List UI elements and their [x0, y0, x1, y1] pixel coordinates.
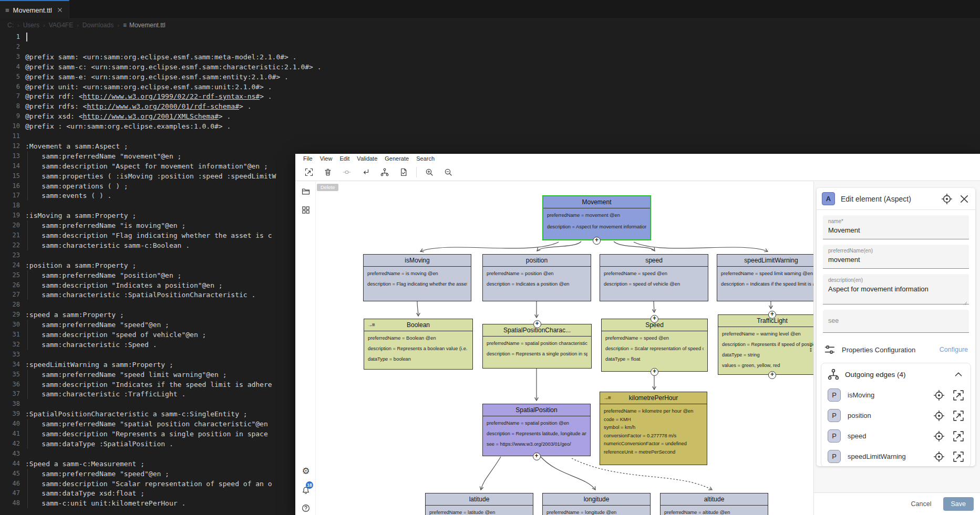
outgoing-edge-speedLimitWarning[interactable]: PspeedLimitWarning [821, 446, 971, 466]
help-button[interactable] [301, 503, 311, 513]
node-Movement[interactable]: MovementpreferredName = movement @endesc… [542, 195, 651, 240]
code-line[interactable]: 5@prefix samm-e: <urn:samm:org.eclipse.e… [0, 72, 631, 82]
tab-movement-ttl[interactable]: ≡ Movement.ttl [0, 0, 69, 19]
menu-generate[interactable]: Generate [381, 155, 412, 162]
code-line[interactable]: 6@prefix unit: <urn:samm:org.eclipse.esm… [0, 82, 631, 92]
breadcrumb-part[interactable]: Downloads [82, 22, 114, 29]
validate-model-button[interactable] [394, 165, 413, 179]
breadcrumb-part[interactable]: Users [23, 22, 39, 29]
node-isMoving[interactable]: isMovingpreferredName = is moving @endes… [363, 254, 471, 301]
node-speed[interactable]: speedpreferredName = speed @endescriptio… [600, 254, 708, 301]
node-longitude[interactable]: longitudepreferredName = longitude @ende… [542, 493, 651, 515]
notifications-button[interactable]: 18 [301, 486, 311, 495]
locate-icon[interactable] [941, 193, 953, 205]
add-connection-bottom-SpatialPosition[interactable]: + [533, 453, 541, 460]
field-see[interactable]: see [823, 310, 969, 333]
outgoing-edge-position[interactable]: Pposition [821, 405, 971, 426]
format-hierarchy-button[interactable] [375, 165, 394, 179]
field-preferrednameen[interactable]: preferredName(en)movement [823, 245, 969, 269]
open-element-icon[interactable] [953, 451, 964, 463]
line-number: 34 [0, 360, 20, 370]
code-line[interactable]: 9@prefix xsd: <http://www.w3.org/2001/XM… [0, 111, 631, 121]
settings-button[interactable]: ⚙ [301, 467, 311, 476]
locate-icon[interactable] [933, 451, 945, 463]
collapse-layout-button[interactable] [356, 165, 375, 179]
breadcrumb-part[interactable]: VAG4FE [49, 22, 73, 29]
node-speedLimitWarning[interactable]: speedLimitWarningpreferredName = speed l… [717, 254, 813, 301]
node-attribute-line: referenceUnit = metrePerSecond [604, 449, 703, 455]
code-line[interactable]: 10@prefix : <urn:samm:org.eclipse.exampl… [0, 121, 631, 131]
outgoing-edges-header[interactable]: Outgoing edges (4) [821, 363, 971, 385]
menu-file[interactable]: File [300, 155, 316, 162]
connect-elements-button[interactable] [337, 165, 356, 179]
line-number: 21 [0, 230, 20, 240]
menu-view[interactable]: View [316, 155, 336, 162]
locate-icon[interactable] [933, 430, 945, 442]
field-name[interactable]: name*Movement [823, 215, 969, 239]
open-element-icon[interactable] [953, 390, 964, 401]
delete-element-button[interactable] [318, 165, 337, 179]
code-line[interactable]: 12:Movement a samm:Aspect ; [0, 141, 631, 151]
node-SpatialPositionCharacteristic[interactable]: SpatialPositionCharac...preferredName = … [482, 324, 592, 369]
add-connection-top-SpatialPositionCharacteristic[interactable]: + [533, 320, 541, 328]
code-text: :speedLimitWarning a samm:Property ; [25, 360, 173, 370]
diagram-canvas[interactable]: Delete [315, 182, 813, 515]
cancel-button[interactable]: Cancel [911, 500, 932, 508]
add-connection-top-TrafficLight[interactable]: + [768, 311, 776, 319]
resize-handle-icon[interactable] [963, 298, 967, 302]
line-number: 37 [0, 389, 20, 399]
node-kilometrePerHour[interactable]: kilometrePerHour→≡preferredName = kilome… [600, 392, 707, 465]
save-button[interactable]: Save [943, 497, 974, 511]
configure-link[interactable]: Configure [940, 346, 968, 353]
locate-icon[interactable] [933, 390, 945, 401]
open-element-icon[interactable] [953, 430, 964, 442]
code-line[interactable]: 1 [0, 32, 631, 42]
code-text: samm:dataType :SpatialPosition . [25, 439, 173, 449]
open-model-button[interactable] [301, 187, 311, 196]
locate-icon[interactable] [933, 410, 945, 422]
add-connection-bottom-Movement[interactable]: + [593, 237, 601, 245]
menu-validate[interactable]: Validate [353, 155, 381, 162]
code-line[interactable]: 3@prefix samm: <urn:samm:org.eclipse.esm… [0, 52, 631, 62]
outgoing-edge-label: speedLimitWarning [848, 453, 925, 460]
menu-search[interactable]: Search [412, 155, 438, 162]
node-altitude[interactable]: altitudepreferredName = altitude @endesc… [660, 493, 768, 515]
node-Speed[interactable]: SpeedpreferredName = speed @endescriptio… [601, 319, 708, 372]
field-descriptionen[interactable]: description(en)Aspect for movement infor… [823, 274, 969, 304]
tab-close-icon[interactable] [56, 6, 64, 14]
line-number: 29 [0, 310, 20, 320]
outgoing-edge-speed[interactable]: Pspeed [821, 426, 971, 446]
node-attributes: preferredName = position @endescription … [483, 267, 591, 287]
node-latitude[interactable]: latitudepreferredName = latitude @endesc… [425, 493, 533, 515]
turtle-file-icon: ≡ [5, 6, 9, 14]
open-element-icon[interactable] [953, 410, 964, 422]
code-line[interactable]: 8@prefix rdfs: <http://www.w3.org/2000/0… [0, 101, 631, 111]
zoom-out-button[interactable] [439, 165, 458, 179]
node-TrafficLight[interactable]: TrafficLightpreferredName = warning leve… [718, 314, 813, 375]
code-line[interactable]: 4@prefix samm-c: <urn:samm:org.eclipse.e… [0, 62, 631, 72]
edit-panel: A Edit element (Aspect) name*Movementpre… [813, 182, 980, 515]
code-line[interactable]: 2 [0, 42, 631, 52]
add-connection-bottom-TrafficLight[interactable]: + [768, 371, 776, 379]
node-position[interactable]: positionpreferredName = position @endesc… [482, 254, 591, 301]
node-SpatialPosition[interactable]: SpatialPositionpreferredName = spatial p… [482, 404, 591, 456]
chevron-up-icon[interactable] [953, 369, 964, 380]
outgoing-edge-isMoving[interactable]: PisMoving [821, 385, 971, 405]
zoom-in-button[interactable] [420, 165, 439, 179]
breadcrumb-file[interactable]: ≡Movement.ttl [123, 22, 166, 29]
panel-drag-handle[interactable]: ••• [810, 345, 812, 352]
add-connection-top-Speed[interactable]: + [651, 315, 658, 323]
breadcrumb-part[interactable]: C: [7, 22, 14, 29]
code-text: samm:preferredName "movement"@en ; [25, 151, 181, 161]
fit-screen-button[interactable] [300, 165, 318, 179]
add-connection-bottom-Speed[interactable]: + [651, 368, 658, 376]
code-line[interactable]: 7@prefix rdf: <http://www.w3.org/1999/02… [0, 91, 631, 101]
node-attribute-line: preferredName = spatial position charact… [487, 341, 587, 346]
close-icon[interactable] [958, 193, 970, 205]
code-text: samm:characteristic samm-c:Boolean . [25, 240, 190, 250]
node-Boolean[interactable]: Boolean→≡preferredName = Boolean @endesc… [364, 319, 473, 370]
menu-edit[interactable]: Edit [336, 155, 353, 162]
code-line[interactable]: 11 [0, 131, 631, 141]
node-attribute-line: description = Scalar representation of s… [605, 346, 704, 351]
grid-view-button[interactable] [301, 205, 311, 215]
